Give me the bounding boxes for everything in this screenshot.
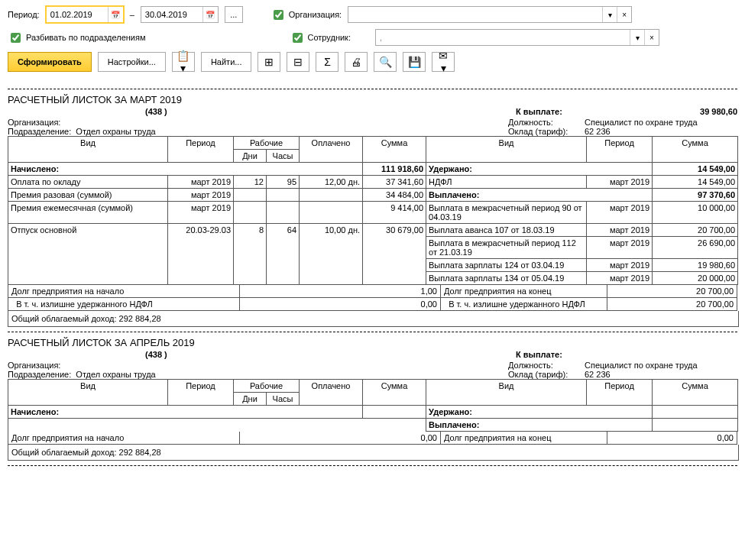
clear-icon[interactable]: × bbox=[617, 7, 631, 22]
split-check[interactable] bbox=[11, 33, 21, 43]
settings-button[interactable]: Настройки... bbox=[98, 52, 166, 72]
report-sub: (438 ) bbox=[145, 350, 167, 359]
divider bbox=[8, 89, 737, 89]
held-sum: 14 549,00 bbox=[653, 163, 738, 176]
org-label: Организация: bbox=[8, 118, 60, 127]
report-title: РАСЧЕТНЫЙ ЛИСТОК ЗА МАРТ 2019 bbox=[8, 94, 737, 105]
pos-value: Специалист по охране труда bbox=[585, 118, 737, 127]
calendar-icon[interactable]: 📅 bbox=[108, 7, 123, 22]
generate-button[interactable]: Сформировать bbox=[8, 52, 92, 72]
table-row: Премия разовая (суммой)март 201934 484,0… bbox=[8, 189, 738, 202]
paid-label: Выплачено: bbox=[426, 189, 653, 202]
th-period: Период bbox=[168, 137, 234, 163]
email-icon[interactable]: ✉▾ bbox=[432, 52, 455, 72]
date-from-input[interactable] bbox=[47, 8, 108, 21]
copy-icon[interactable]: 📋▾ bbox=[172, 52, 195, 72]
clear-icon[interactable]: × bbox=[644, 30, 659, 45]
th-vid2: Вид bbox=[426, 137, 587, 163]
th-vid: Вид bbox=[8, 137, 168, 163]
debt-start-val: 1,00 bbox=[240, 285, 440, 297]
date-from-group: 📅 bbox=[46, 6, 124, 23]
calendar-icon[interactable]: 📅 bbox=[202, 7, 218, 22]
sal-value: 62 236 bbox=[585, 127, 737, 136]
sum-icon[interactable]: Σ bbox=[316, 52, 338, 72]
emp-select[interactable]: , ▾ × bbox=[375, 29, 659, 46]
date-to-input[interactable] bbox=[141, 8, 202, 21]
print-icon[interactable]: 🖨 bbox=[345, 52, 368, 72]
report-title: РАСЧЕТНЫЙ ЛИСТОК ЗА АПРЕЛЬ 2019 bbox=[8, 337, 737, 348]
th-period2: Период bbox=[587, 137, 653, 163]
pay-label: К выплате: bbox=[516, 107, 607, 116]
org-check[interactable] bbox=[274, 10, 283, 20]
chevron-down-icon[interactable]: ▾ bbox=[630, 30, 644, 45]
accrued-label: Начислено: bbox=[8, 163, 363, 176]
pos-label: Должность: bbox=[508, 118, 577, 127]
pay-label: К выплате: bbox=[516, 350, 737, 359]
org-select[interactable]: ▾ × bbox=[348, 6, 632, 23]
debt-end-label: Долг предприятия на конец bbox=[440, 285, 607, 297]
debt-start-label: Долг предприятия на начало bbox=[8, 285, 240, 297]
pay-value: 39 980,60 bbox=[607, 107, 737, 116]
find-button[interactable]: Найти... bbox=[201, 52, 252, 72]
dept-label: Подразделение: bbox=[8, 127, 71, 136]
period-dialog-button[interactable]: ... bbox=[225, 6, 243, 23]
collapse-icon[interactable]: ⊟ bbox=[287, 52, 309, 72]
preview-icon[interactable]: 🔍 bbox=[374, 52, 397, 72]
divider bbox=[8, 465, 737, 466]
date-to-group: 📅 bbox=[141, 6, 219, 23]
th-sum2: Сумма bbox=[653, 137, 738, 163]
taxable-income: Общий облагаемый доход: 292 884,28 bbox=[8, 311, 739, 327]
emp-value: , bbox=[376, 30, 630, 45]
split-checkbox[interactable]: Разбивать по подразделениям bbox=[8, 31, 146, 45]
table-row: Отпуск основной20.03-29.0386410,00 дн.30… bbox=[8, 224, 738, 237]
payroll-table-2: ВидПериодРабочиеОплаченоСуммаВидПериодСу… bbox=[8, 379, 738, 432]
th-paid: Оплачено bbox=[300, 137, 363, 163]
org-checkbox[interactable]: Организация: bbox=[270, 8, 342, 22]
save-icon[interactable]: 💾 bbox=[403, 52, 426, 72]
payroll-table: Вид Период Рабочие Оплачено Сумма Вид Пе… bbox=[8, 136, 738, 285]
th-sum: Сумма bbox=[363, 137, 426, 163]
dash: – bbox=[130, 10, 134, 19]
accrued-sum: 111 918,60 bbox=[363, 163, 426, 176]
period-label: Период: bbox=[8, 10, 40, 19]
org-value bbox=[348, 7, 602, 22]
divider bbox=[8, 332, 737, 332]
dept-value: Отдел охраны труда bbox=[76, 127, 155, 136]
emp-checkbox[interactable]: Сотрудник: bbox=[290, 31, 351, 45]
th-work: Рабочие bbox=[234, 137, 300, 150]
debt-end-val: 20 700,00 bbox=[607, 285, 737, 297]
sal-label: Оклад (тариф): bbox=[508, 127, 577, 136]
table-row: Оплата по окладумарт 2019129512,00 дн.37… bbox=[8, 176, 738, 189]
expand-icon[interactable]: ⊞ bbox=[258, 52, 280, 72]
chevron-down-icon[interactable]: ▾ bbox=[602, 7, 617, 22]
report-sub: (438 ) bbox=[145, 107, 167, 116]
emp-check[interactable] bbox=[293, 33, 303, 43]
held-label: Удержано: bbox=[426, 163, 653, 176]
